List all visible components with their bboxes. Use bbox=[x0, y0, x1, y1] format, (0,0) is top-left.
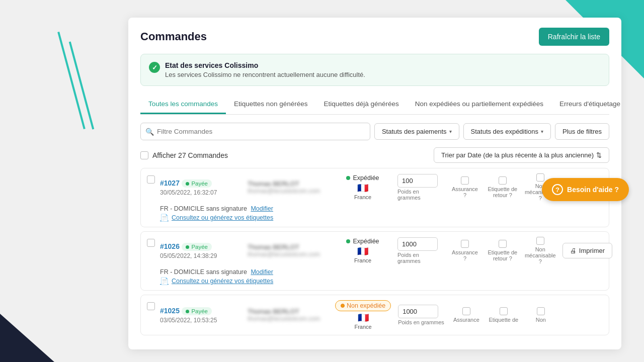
payment-badge: Payée bbox=[182, 179, 212, 188]
order-id-link[interactable]: #1026 bbox=[160, 242, 180, 250]
tab-etiquettes-non-generees[interactable]: Etiquettes non générées bbox=[226, 95, 315, 114]
status-check-icon bbox=[149, 62, 160, 73]
assurance-checkbox[interactable] bbox=[462, 307, 470, 315]
customer-block: Thomas BERLOT thomas@lecuistotcom.com bbox=[248, 308, 328, 322]
etiquette-retour-checkbox[interactable] bbox=[499, 240, 507, 248]
non-mecanisable-checkbox[interactable] bbox=[536, 237, 544, 245]
header: Commandes Rafraîchir la liste bbox=[140, 28, 609, 46]
weight-label: Poids en grammes bbox=[397, 252, 443, 264]
customer-email: thomas@lecuistotcom.com bbox=[248, 251, 328, 258]
weight-block: Poids en grammes bbox=[397, 237, 443, 264]
status-description: Les services Colissimo ne rencontrent ac… bbox=[165, 71, 365, 78]
order-row: #1025 Payée 03/05/2022, 10:53:25 Thomas … bbox=[140, 295, 609, 335]
status-banner: Etat des services Colissimo Les services… bbox=[140, 54, 609, 86]
doc-icon: 📄 bbox=[160, 214, 169, 222]
refresh-button[interactable]: Rafraîchir la liste bbox=[539, 28, 609, 46]
customer-name: Thomas BERLOT bbox=[248, 243, 328, 251]
badge-dot bbox=[186, 310, 189, 313]
non-mecanisable-col: Non mécanisable ? bbox=[525, 237, 555, 264]
non-expediee-badge: Non expédiée bbox=[335, 300, 391, 311]
search-input[interactable] bbox=[140, 123, 370, 140]
tab-non-expediees[interactable]: Non expédiées ou partiellement expédiées bbox=[407, 95, 551, 114]
weight-label: Poids en grammes bbox=[397, 189, 443, 201]
country-flag: 🇫🇷 bbox=[358, 312, 369, 323]
print-icon: 🖨 bbox=[570, 247, 577, 254]
tab-etiquettes-generees[interactable]: Etiquettes déjà générées bbox=[315, 95, 407, 114]
badge-dot bbox=[186, 182, 189, 186]
non-mecanisable-checkbox[interactable] bbox=[536, 173, 544, 182]
order-date: 30/05/2022, 16:32:07 bbox=[160, 189, 240, 196]
payment-badge: Payée bbox=[182, 243, 212, 251]
etiquettes-link[interactable]: 📄 Consultez ou générez vos étiquettes bbox=[160, 214, 603, 222]
chevron-down-icon: ▾ bbox=[541, 129, 543, 134]
order-row: #1027 Payée 30/05/2022, 16:32:07 Thomas … bbox=[140, 168, 609, 227]
etiquette-retour-col: Etiquette de bbox=[489, 307, 519, 323]
order-checkbox[interactable] bbox=[147, 302, 155, 310]
order-id-link[interactable]: #1025 bbox=[160, 307, 180, 315]
payment-status-filter[interactable]: Statuts des paiements ▾ bbox=[374, 123, 459, 140]
status-dot bbox=[341, 304, 345, 308]
assurance-col: Assurance bbox=[451, 307, 481, 323]
tabs-container: Toutes les commandes Etiquettes non géné… bbox=[140, 95, 609, 115]
shipping-status-filter[interactable]: Statuts des expéditions ▾ bbox=[463, 123, 551, 140]
weight-block: Poids en grammes bbox=[398, 305, 444, 325]
order-id-block: #1026 Payée 05/05/2022, 14:38:29 bbox=[160, 242, 240, 260]
customer-email: thomas@lecuistotcom.com bbox=[248, 188, 328, 195]
order-type: FR - DOMICILE sans signature Modifier bbox=[160, 268, 603, 276]
payment-badge: Payée bbox=[182, 307, 212, 315]
page-title: Commandes bbox=[140, 30, 207, 43]
order-main: #1025 Payée 03/05/2022, 10:53:25 Thomas … bbox=[160, 300, 603, 330]
search-wrapper: 🔍 bbox=[140, 123, 370, 140]
help-icon: ? bbox=[552, 184, 563, 195]
assurance-checkbox[interactable] bbox=[461, 176, 469, 185]
select-all-checkbox[interactable] bbox=[140, 151, 148, 159]
more-filters-button[interactable]: Plus de filtres bbox=[555, 123, 609, 140]
customer-name: Thomas BERLOT bbox=[248, 308, 328, 315]
badge-dot bbox=[186, 245, 189, 249]
customer-block: Thomas BERLOT thomas@lecuistotcom.com bbox=[248, 180, 328, 195]
shipping-status-block: Expédiée 🇫🇷 France bbox=[335, 238, 390, 263]
order-main: #1026 Payée 05/05/2022, 14:38:29 Thomas … bbox=[160, 237, 612, 264]
etiquette-retour-checkbox[interactable] bbox=[499, 176, 507, 185]
order-type: FR - DOMICILE sans signature Modifier bbox=[160, 205, 603, 212]
status-text: Etat des services Colissimo Les services… bbox=[165, 61, 365, 78]
order-date: 03/05/2022, 10:53:25 bbox=[160, 317, 240, 324]
non-mecanisable-checkbox[interactable] bbox=[537, 307, 545, 315]
weight-input[interactable] bbox=[397, 174, 438, 188]
tab-toutes-commandes[interactable]: Toutes les commandes bbox=[140, 95, 226, 114]
order-row: #1026 Payée 05/05/2022, 14:38:29 Thomas … bbox=[140, 231, 609, 291]
status-dot bbox=[346, 176, 350, 180]
print-button[interactable]: 🖨 Imprimer bbox=[562, 243, 612, 258]
weight-input[interactable] bbox=[398, 305, 438, 318]
order-bottom: FR - DOMICILE sans signature Modifier 📄 … bbox=[160, 205, 603, 222]
weight-label: Poids en grammes bbox=[398, 319, 444, 325]
order-id-block: #1025 Payée 03/05/2022, 10:53:25 bbox=[160, 306, 240, 324]
customer-block: Thomas BERLOT thomas@lecuistotcom.com bbox=[248, 243, 328, 258]
assurance-col: Assurance ? bbox=[450, 176, 480, 198]
etiquettes-link[interactable]: 📄 Consultez ou générez vos étiquettes bbox=[160, 277, 603, 285]
status-dot bbox=[346, 239, 350, 243]
etiquette-retour-col: Etiquette de retour ? bbox=[487, 240, 518, 261]
order-id-link[interactable]: #1027 bbox=[160, 179, 180, 187]
order-top: #1026 Payée 05/05/2022, 14:38:29 Thomas … bbox=[147, 237, 603, 264]
order-date: 05/05/2022, 14:38:29 bbox=[160, 252, 240, 259]
modify-link[interactable]: Modifier bbox=[251, 268, 273, 276]
order-checkbox[interactable] bbox=[147, 175, 155, 184]
order-id-block: #1027 Payée 30/05/2022, 16:32:07 bbox=[160, 178, 240, 197]
modify-link[interactable]: Modifier bbox=[251, 205, 273, 212]
order-top: #1027 Payée 30/05/2022, 16:32:07 Thomas … bbox=[147, 173, 603, 201]
doc-icon: 📄 bbox=[160, 277, 169, 285]
order-checkbox[interactable] bbox=[147, 239, 155, 247]
country-flag: 🇫🇷 bbox=[357, 183, 368, 194]
weight-input[interactable] bbox=[397, 237, 438, 251]
etiquette-retour-checkbox[interactable] bbox=[500, 307, 508, 315]
shipping-status-block: Expédiée 🇫🇷 France bbox=[335, 174, 390, 200]
shipping-status-block: Non expédiée 🇫🇷 France bbox=[335, 300, 391, 330]
non-mecanisable-col: Non bbox=[526, 307, 556, 323]
orders-header: Afficher 27 Commandes Trier par Date (de… bbox=[140, 147, 609, 163]
help-button[interactable]: ? Besoin d'aide ? bbox=[542, 178, 629, 201]
sort-button[interactable]: Trier par Date (de la plus récente à la … bbox=[434, 147, 609, 163]
tab-erreurs[interactable]: Erreurs d'étiquetage bbox=[551, 95, 628, 114]
assurance-checkbox[interactable] bbox=[461, 240, 469, 248]
sort-icon: ⇅ bbox=[596, 151, 602, 159]
